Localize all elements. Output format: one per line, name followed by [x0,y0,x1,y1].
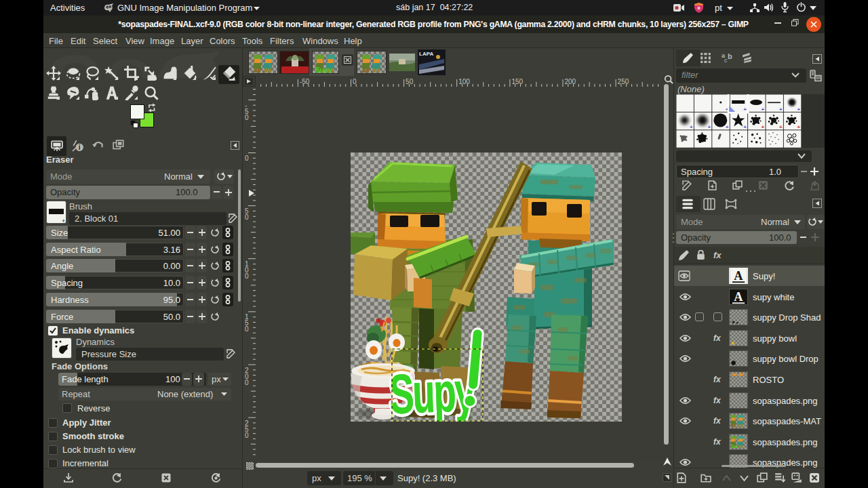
svg-text:0: 0 [245,114,249,121]
svg-text:Supy: Supy [389,360,477,422]
svg-text:+: + [797,124,800,130]
svg-text:0: 0 [245,379,249,386]
svg-text:200: 200 [565,78,576,85]
svg-text:0: 0 [245,325,249,333]
svg-text:0: 0 [245,155,249,162]
svg-text:0: 0 [245,432,249,439]
svg-text:0: 0 [245,272,249,280]
svg-text:+: + [762,124,765,130]
svg-text:A: A [734,290,743,304]
svg-text:+: + [762,106,765,113]
svg-text:Supy: Supy [315,66,332,74]
svg-text:+: + [726,124,729,130]
svg-text:0: 0 [245,214,249,221]
svg-text:LAPA: LAPA [419,51,433,57]
svg-text:+: + [779,106,783,113]
svg-text:+: + [743,124,747,130]
svg-text:+: + [797,106,800,113]
svg-text:250: 250 [618,78,629,85]
svg-text:Su: Su [731,443,737,449]
svg-text:+: + [690,124,693,130]
svg-text:b: b [728,52,732,60]
svg-text:150: 150 [511,78,523,85]
svg-text:+: + [707,124,711,130]
svg-text:100: 100 [458,78,470,85]
svg-text:i: i [79,144,81,151]
svg-text:+: + [743,106,747,113]
svg-text:A: A [734,269,743,283]
svg-text:+: + [779,124,783,130]
